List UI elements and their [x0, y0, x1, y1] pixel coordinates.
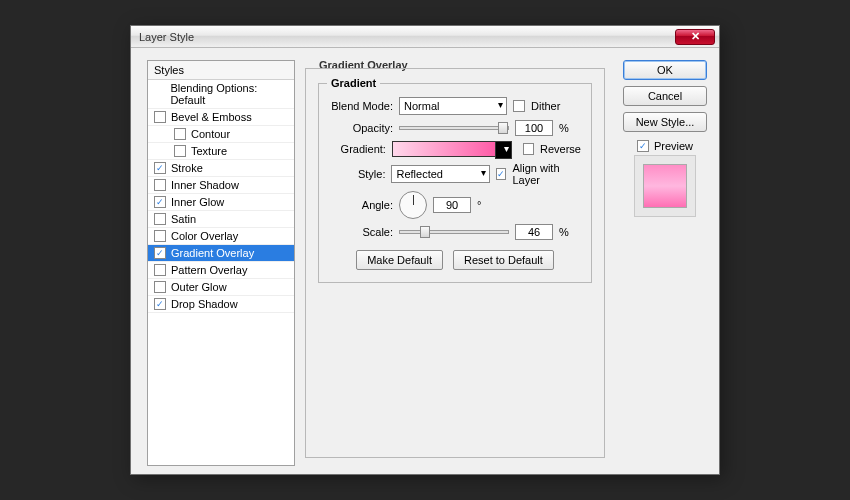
sidebar-item-bevel-emboss[interactable]: Bevel & Emboss — [148, 109, 294, 126]
sidebar-item-label: Color Overlay — [171, 230, 238, 242]
close-icon: ✕ — [691, 31, 700, 42]
sidebar-item-label: Gradient Overlay — [171, 247, 254, 259]
opacity-slider[interactable] — [399, 126, 509, 130]
sidebar-item-texture[interactable]: Texture — [148, 143, 294, 160]
sidebar-item-color-overlay[interactable]: Color Overlay — [148, 228, 294, 245]
sidebar-item-satin[interactable]: Satin — [148, 211, 294, 228]
opacity-input[interactable]: 100 — [515, 120, 553, 136]
reset-default-label: Reset to Default — [464, 254, 543, 266]
sidebar-item-label: Inner Shadow — [171, 179, 239, 191]
sidebar-item-label: Drop Shadow — [171, 298, 238, 310]
preview-label: Preview — [654, 140, 693, 152]
group-title: Gradient — [327, 77, 380, 89]
sidebar-item-stroke[interactable]: ✓Stroke — [148, 160, 294, 177]
sidebar-item-label: Bevel & Emboss — [171, 111, 252, 123]
new-style-label: New Style... — [636, 116, 695, 128]
checkbox-icon[interactable] — [174, 128, 186, 140]
percent-label: % — [559, 122, 575, 134]
sidebar-header[interactable]: Styles — [148, 61, 294, 80]
sidebar-item-pattern-overlay[interactable]: Pattern Overlay — [148, 262, 294, 279]
scale-label: Scale: — [329, 226, 393, 238]
checkbox-icon[interactable] — [154, 111, 166, 123]
blend-mode-select[interactable]: Normal — [399, 97, 507, 115]
layer-style-dialog: Layer Style ✕ Styles Blending Options: D… — [130, 25, 720, 475]
checkbox-icon[interactable] — [154, 179, 166, 191]
align-checkbox[interactable]: ✓ — [496, 168, 507, 180]
checkbox-icon[interactable]: ✓ — [154, 298, 166, 310]
dither-checkbox[interactable] — [513, 100, 525, 112]
checkbox-icon[interactable] — [154, 281, 166, 293]
angle-label: Angle: — [329, 199, 393, 211]
preview-checkbox[interactable]: ✓ — [637, 140, 649, 152]
checkbox-icon[interactable] — [154, 213, 166, 225]
ok-label: OK — [657, 64, 673, 76]
blend-mode-value: Normal — [404, 100, 439, 112]
checkbox-icon[interactable] — [174, 145, 186, 157]
cancel-button[interactable]: Cancel — [623, 86, 707, 106]
close-button[interactable]: ✕ — [675, 29, 715, 45]
sidebar-item-contour[interactable]: Contour — [148, 126, 294, 143]
sidebar-item-label: Texture — [191, 145, 227, 157]
sidebar-item-outer-glow[interactable]: Outer Glow — [148, 279, 294, 296]
gradient-picker[interactable] — [392, 141, 497, 157]
sidebar-item-drop-shadow[interactable]: ✓Drop Shadow — [148, 296, 294, 313]
style-value: Reflected — [396, 168, 442, 180]
sidebar-item-inner-shadow[interactable]: Inner Shadow — [148, 177, 294, 194]
checkbox-icon[interactable] — [154, 264, 166, 276]
window-title: Layer Style — [139, 31, 675, 43]
checkbox-icon[interactable]: ✓ — [154, 196, 166, 208]
checkbox-icon[interactable]: ✓ — [154, 247, 166, 259]
reverse-checkbox[interactable] — [523, 143, 534, 155]
angle-dial[interactable] — [399, 191, 427, 219]
reset-default-button[interactable]: Reset to Default — [453, 250, 554, 270]
sidebar-item-label: Satin — [171, 213, 196, 225]
degree-label: ° — [477, 199, 493, 211]
opacity-label: Opacity: — [329, 122, 393, 134]
checkbox-icon[interactable]: ✓ — [154, 162, 166, 174]
scale-input[interactable]: 46 — [515, 224, 553, 240]
styles-sidebar: Styles Blending Options: Default Bevel &… — [147, 60, 295, 466]
sidebar-item-label: Outer Glow — [171, 281, 227, 293]
action-column: OK Cancel New Style... ✓ Preview — [623, 60, 707, 466]
reverse-label: Reverse — [540, 143, 581, 155]
preview-swatch — [643, 164, 687, 208]
titlebar[interactable]: Layer Style ✕ — [131, 26, 719, 48]
scale-slider[interactable] — [399, 230, 509, 234]
dither-label: Dither — [531, 100, 560, 112]
sidebar-item-inner-glow[interactable]: ✓Inner Glow — [148, 194, 294, 211]
sidebar-item-label: Inner Glow — [171, 196, 224, 208]
style-label: Style: — [329, 168, 385, 180]
sidebar-blending-options[interactable]: Blending Options: Default — [148, 80, 294, 109]
gradient-label: Gradient: — [329, 143, 386, 155]
sidebar-item-label: Blending Options: Default — [170, 82, 288, 106]
sidebar-item-label: Stroke — [171, 162, 203, 174]
cancel-label: Cancel — [648, 90, 682, 102]
make-default-label: Make Default — [367, 254, 432, 266]
properties-panel: Gradient Overlay Gradient Blend Mode: No… — [305, 60, 613, 466]
new-style-button[interactable]: New Style... — [623, 112, 707, 132]
angle-input[interactable]: 90 — [433, 197, 471, 213]
ok-button[interactable]: OK — [623, 60, 707, 80]
sidebar-item-label: Pattern Overlay — [171, 264, 247, 276]
make-default-button[interactable]: Make Default — [356, 250, 443, 270]
sidebar-item-gradient-overlay[interactable]: ✓Gradient Overlay — [148, 245, 294, 262]
sidebar-item-label: Contour — [191, 128, 230, 140]
checkbox-icon[interactable] — [154, 230, 166, 242]
align-label: Align with Layer — [512, 162, 581, 186]
percent-label: % — [559, 226, 575, 238]
style-select[interactable]: Reflected — [391, 165, 489, 183]
blend-mode-label: Blend Mode: — [329, 100, 393, 112]
